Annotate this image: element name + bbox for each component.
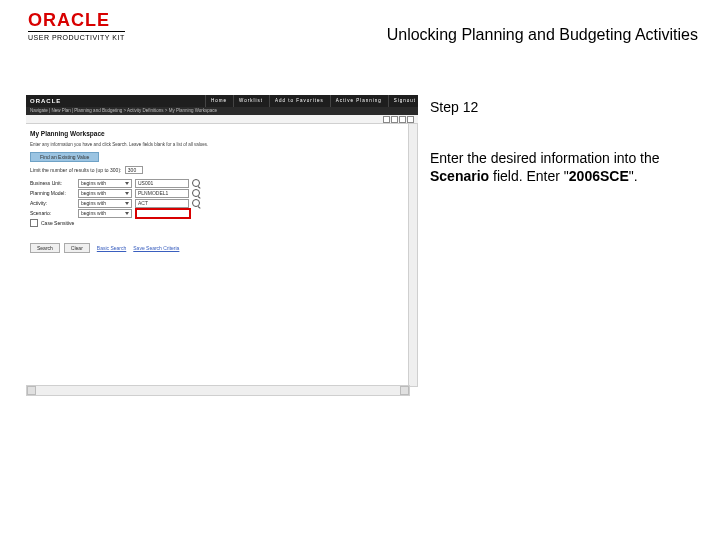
step-label: Step 12 xyxy=(430,99,698,115)
embedded-app-screenshot: ORACLE Home Worklist Add to Favorites Ac… xyxy=(26,95,418,395)
basic-search-link: Basic Search xyxy=(97,245,126,251)
limit-input: 300 xyxy=(125,166,143,174)
search-form: Business Unit: begins with US001 Plannin… xyxy=(30,178,200,228)
brand-wordmark: ORACLE xyxy=(28,12,125,28)
vertical-scrollbar xyxy=(408,123,418,387)
menu-plan: Active Planning xyxy=(330,95,382,107)
row-activity: Activity: begins with ACT xyxy=(30,198,200,208)
instruction-panel: Step 12 Enter the desired information in… xyxy=(430,95,698,186)
case-sensitive-label: Case Sensitive xyxy=(41,220,74,226)
document-header: ORACLE USER PRODUCTIVITY KIT Unlocking P… xyxy=(0,0,720,60)
operator-select: begins with xyxy=(78,199,132,208)
case-sensitive-checkbox xyxy=(30,219,38,227)
limit-row: Limit the number of results to (up to 30… xyxy=(30,166,143,174)
search-buttons: Search Clear Basic Search Save Search Cr… xyxy=(30,243,179,253)
horizontal-scrollbar xyxy=(26,385,410,396)
workspace-title: My Planning Workspace xyxy=(30,130,105,137)
app-brand-bar: ORACLE Home Worklist Add to Favorites Ac… xyxy=(26,95,418,107)
clear-button: Clear xyxy=(64,243,90,253)
field-label: Activity: xyxy=(30,200,78,206)
inst-field: Scenario xyxy=(430,168,489,184)
lookup-icon xyxy=(192,189,200,197)
scenario-input[interactable] xyxy=(135,208,191,219)
app-brand: ORACLE xyxy=(30,98,61,104)
scroll-right-arrow-icon xyxy=(400,386,409,395)
brand-logo: ORACLE USER PRODUCTIVITY KIT xyxy=(28,12,125,41)
save-search-link: Save Search Criteria xyxy=(133,245,179,251)
row-planning-model: Planning Model: begins with PLNMODEL1 xyxy=(30,188,200,198)
page-title: Unlocking Planning and Budgeting Activit… xyxy=(387,26,698,44)
toolbar-icon xyxy=(399,116,406,123)
inst-suffix: ". xyxy=(629,168,638,184)
app-breadcrumbs: Navigate | New Plan | Planning and Budge… xyxy=(26,107,418,115)
instruction-text: Enter the desired information into the S… xyxy=(430,149,690,186)
field-label: Planning Model: xyxy=(30,190,78,196)
business-unit-input: US001 xyxy=(135,179,189,188)
search-tab: Find an Existing Value xyxy=(30,152,99,162)
operator-select: begins with xyxy=(78,189,132,198)
inst-mid: field. Enter " xyxy=(489,168,569,184)
app-top-menu: Home Worklist Add to Favorites Active Pl… xyxy=(205,95,416,107)
menu-home: Home xyxy=(205,95,227,107)
toolbar-icon xyxy=(407,116,414,123)
inst-prefix: Enter the desired information into the xyxy=(430,150,660,166)
row-business-unit: Business Unit: begins with US001 xyxy=(30,178,200,188)
menu-signout: Signout xyxy=(388,95,416,107)
operator-select: begins with xyxy=(78,179,132,188)
planning-model-input: PLNMODEL1 xyxy=(135,189,189,198)
content-area: ORACLE Home Worklist Add to Favorites Ac… xyxy=(26,95,698,425)
activity-input: ACT xyxy=(135,199,189,208)
brand-subline: USER PRODUCTIVITY KIT xyxy=(28,31,125,41)
inst-value: 2006SCE xyxy=(569,168,629,184)
search-button: Search xyxy=(30,243,60,253)
toolbar-icon xyxy=(383,116,390,123)
lookup-icon xyxy=(192,179,200,187)
row-case-sensitive: Case Sensitive xyxy=(30,218,200,228)
menu-worklist: Worklist xyxy=(233,95,263,107)
operator-select: begins with xyxy=(78,209,132,218)
app-toolbar xyxy=(26,115,418,124)
row-scenario: Scenario: begins with xyxy=(30,208,200,218)
toolbar-icons xyxy=(383,116,414,123)
lookup-icon xyxy=(192,199,200,207)
toolbar-icon xyxy=(391,116,398,123)
limit-label: Limit the number of results to (up to 30… xyxy=(30,167,121,173)
field-label: Scenario: xyxy=(30,210,78,216)
workspace-subtitle: Enter any information you have and click… xyxy=(30,142,208,147)
field-label: Business Unit: xyxy=(30,180,78,186)
menu-fav: Add to Favorites xyxy=(269,95,324,107)
scroll-left-arrow-icon xyxy=(27,386,36,395)
